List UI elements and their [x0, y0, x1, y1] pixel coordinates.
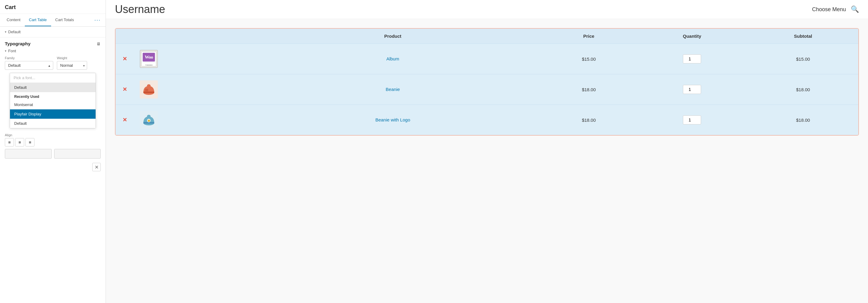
price-cell-beanie-logo: $18.00 [541, 105, 636, 135]
extra-control-box-2 [54, 149, 101, 159]
beanie-qty-input[interactable] [683, 85, 701, 94]
tab-cart-totals[interactable]: Cart Totals [51, 14, 78, 26]
left-panel: Cart Content Cart Table Cart Totals ··· … [0, 0, 106, 303]
remove-beanie-button[interactable]: ✕ [123, 86, 127, 93]
cart-table-head: Product Price Quantity Subtotal [116, 29, 858, 44]
beanie-logo-image-svg: 😊 [140, 111, 158, 129]
remove-cell-beanie-logo: ✕ [116, 105, 134, 135]
weight-select-wrapper: Normal Bold Light ▾ [57, 61, 87, 70]
svg-point-9 [147, 84, 151, 87]
album-qty-input[interactable] [683, 55, 701, 63]
cart-table-wrapper: Product Price Quantity Subtotal ✕ [115, 28, 859, 136]
qty-cell-beanie [636, 74, 748, 105]
img-cell-beanie [134, 74, 244, 105]
choose-menu-link[interactable]: Choose Menu [812, 6, 846, 13]
extra-control-box-1 [5, 149, 52, 159]
table-row: ✕ [116, 74, 858, 105]
tab-content[interactable]: Content [2, 14, 25, 26]
font-picker-dropdown: Default Recently Used Montserrat Playfai… [10, 73, 96, 128]
extra-controls [0, 149, 105, 161]
table-row: ✕ Woo Commerce [116, 44, 858, 74]
align-label: Align [5, 133, 34, 137]
align-right-button[interactable]: ≡ [25, 138, 34, 146]
album-product-link[interactable]: Album [386, 56, 399, 61]
font-option-playfair[interactable]: Playfair Display [10, 109, 96, 119]
font-section: ▾ Font Family Default ▲ Weight [0, 47, 105, 131]
search-icon[interactable]: 🔍 [851, 5, 859, 13]
price-cell-beanie: $18.00 [541, 74, 636, 105]
tabs-bar: Content Cart Table Cart Totals ··· [0, 14, 105, 27]
svg-text:Commerce: Commerce [145, 64, 153, 66]
weight-label: Weight [57, 56, 87, 60]
right-panel: Username Choose Menu 🔍 Product Price Qua… [106, 0, 868, 303]
table-row: ✕ 😊 [116, 105, 858, 135]
align-center-button[interactable]: ≡ [15, 138, 24, 146]
product-name-cell-beanie: Beanie [244, 74, 541, 105]
close-button[interactable]: ✕ [92, 163, 101, 171]
beanie-logo-qty-input[interactable] [683, 115, 701, 125]
weight-control-group: Weight Normal Bold Light ▾ [57, 56, 87, 70]
font-option-montserrat[interactable]: Montserrat [10, 100, 96, 109]
font-search-input[interactable] [10, 73, 96, 83]
family-select-wrapper: Default ▲ [5, 61, 53, 70]
col-quantity: Quantity [636, 29, 748, 44]
remove-cell-beanie: ✕ [116, 74, 134, 105]
default-section[interactable]: ▾ Default [0, 27, 105, 37]
align-left-button[interactable]: ≡ [5, 138, 14, 146]
family-label: Family [5, 56, 53, 60]
tab-more-button[interactable]: ··· [92, 14, 103, 26]
col-subtotal: Subtotal [748, 29, 858, 44]
font-label: Font [8, 48, 16, 53]
panel-body: ▾ Default Typography 🖥 ▾ Font Family Def… [0, 27, 105, 303]
svg-rect-10 [145, 89, 148, 91]
cart-table: Product Price Quantity Subtotal ✕ [116, 29, 858, 135]
top-bar: Username Choose Menu 🔍 [106, 0, 868, 19]
col-price: Price [541, 29, 636, 44]
font-option-default[interactable]: Default [10, 83, 96, 92]
typography-label: Typography [5, 41, 31, 46]
subtotal-cell-beanie-logo: $18.00 [748, 105, 858, 135]
product-name-cell-album: Album [244, 44, 541, 74]
subtotal-cell-beanie: $18.00 [748, 74, 858, 105]
family-control-group: Family Default ▲ [5, 56, 53, 70]
family-select[interactable]: Default [5, 61, 53, 70]
price-cell-album: $15.00 [541, 44, 636, 74]
col-img [134, 29, 244, 44]
username-heading: Username [115, 3, 165, 16]
remove-album-button[interactable]: ✕ [123, 56, 127, 62]
remove-beanie-logo-button[interactable]: ✕ [123, 116, 127, 123]
beanie-logo-product-link[interactable]: Beanie with Logo [375, 117, 410, 122]
align-buttons: ≡ ≡ ≡ [5, 138, 34, 146]
qty-cell-album [636, 44, 748, 74]
align-controls: Align ≡ ≡ ≡ [5, 133, 34, 146]
product-name-cell-beanie-logo: Beanie with Logo [244, 105, 541, 135]
tab-cart-table[interactable]: Cart Table [25, 14, 51, 26]
top-right: Choose Menu 🔍 [812, 5, 859, 13]
typography-row: Typography 🖥 [0, 37, 105, 47]
col-remove [116, 29, 134, 44]
svg-text:😊: 😊 [148, 119, 150, 122]
woo-image-svg: Woo Commerce [140, 50, 157, 68]
cart-table-header-row: Product Price Quantity Subtotal [116, 29, 858, 44]
svg-point-14 [147, 115, 151, 118]
chevron-down-icon: ▾ [5, 30, 6, 34]
font-option-bottom-default[interactable]: Default [10, 119, 96, 128]
panel-title: Cart [5, 4, 16, 10]
cart-table-body: ✕ Woo Commerce [116, 44, 858, 135]
panel-header: Cart [0, 0, 105, 14]
beanie-product-image [140, 80, 158, 99]
monitor-icon[interactable]: 🖥 [96, 41, 101, 46]
default-section-label[interactable]: ▾ Default [5, 30, 101, 34]
beanie-product-link[interactable]: Beanie [385, 87, 400, 92]
font-section-header[interactable]: ▾ Font [5, 48, 101, 53]
album-product-image: Woo Commerce [140, 50, 158, 68]
main-content: Product Price Quantity Subtotal ✕ [106, 19, 868, 303]
col-product: Product [244, 29, 541, 44]
align-row: Align ≡ ≡ ≡ [0, 131, 105, 149]
svg-text:Woo: Woo [145, 55, 153, 60]
recently-used-label: Recently Used [10, 92, 96, 100]
weight-select[interactable]: Normal Bold Light [57, 61, 87, 70]
beanie-logo-product-image: 😊 [140, 111, 158, 129]
svg-rect-8 [143, 92, 154, 93]
default-label: Default [8, 30, 21, 34]
